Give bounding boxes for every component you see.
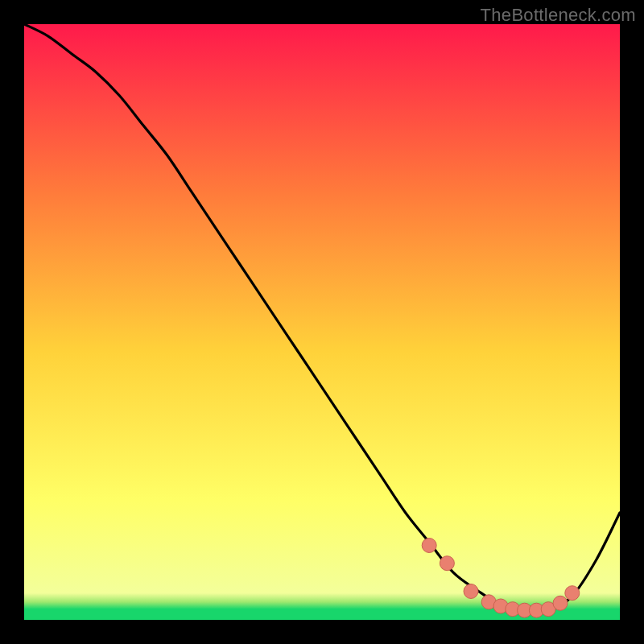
highlight-marker bbox=[565, 586, 580, 601]
watermark-text: TheBottleneck.com bbox=[481, 5, 636, 26]
gradient-background bbox=[24, 24, 620, 620]
chart-stage: TheBottleneck.com bbox=[0, 0, 644, 644]
highlight-marker bbox=[464, 584, 478, 598]
highlight-marker bbox=[553, 596, 568, 610]
plot-area bbox=[24, 24, 620, 620]
plot-svg bbox=[24, 24, 620, 620]
highlight-marker bbox=[440, 556, 454, 571]
highlight-marker bbox=[422, 539, 436, 553]
